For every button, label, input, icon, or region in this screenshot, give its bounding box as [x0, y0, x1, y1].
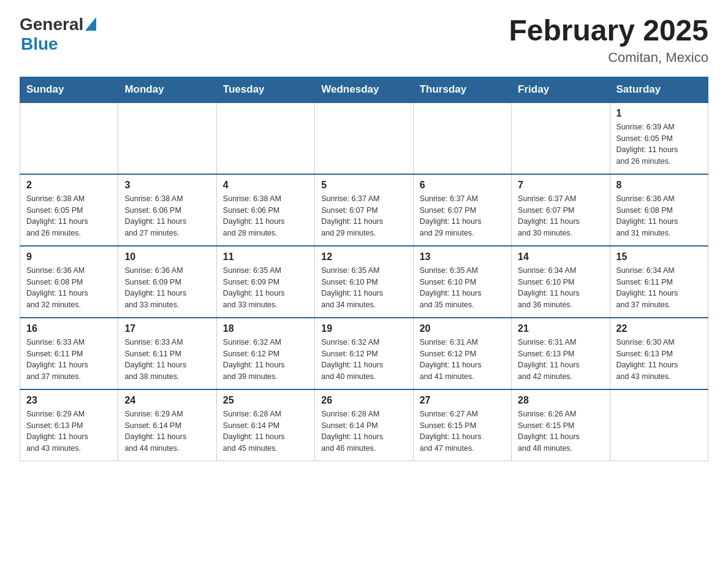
day-number: 24 — [124, 395, 210, 406]
day-number: 13 — [420, 251, 505, 262]
calendar-cell: 16Sunrise: 6:33 AMSunset: 6:11 PMDayligh… — [20, 318, 118, 389]
calendar-cell: 13Sunrise: 6:35 AMSunset: 6:10 PMDayligh… — [413, 246, 511, 318]
weekday-tuesday: Tuesday — [216, 77, 314, 102]
day-info: Sunrise: 6:37 AMSunset: 6:07 PMDaylight:… — [518, 193, 603, 239]
day-info: Sunrise: 6:34 AMSunset: 6:10 PMDaylight:… — [518, 265, 603, 311]
calendar-cell: 26Sunrise: 6:28 AMSunset: 6:14 PMDayligh… — [315, 389, 413, 461]
day-info: Sunrise: 6:34 AMSunset: 6:11 PMDaylight:… — [616, 265, 702, 311]
calendar-cell: 2Sunrise: 6:38 AMSunset: 6:05 PMDaylight… — [20, 174, 118, 246]
day-info: Sunrise: 6:30 AMSunset: 6:13 PMDaylight:… — [616, 337, 702, 383]
day-info: Sunrise: 6:32 AMSunset: 6:12 PMDaylight:… — [321, 337, 406, 383]
month-year-title: February 2025 — [509, 15, 708, 47]
day-number: 25 — [223, 395, 308, 406]
weekday-monday: Monday — [118, 77, 216, 102]
calendar-cell: 15Sunrise: 6:34 AMSunset: 6:11 PMDayligh… — [610, 246, 708, 318]
calendar-cell: 5Sunrise: 6:37 AMSunset: 6:07 PMDaylight… — [315, 174, 413, 246]
calendar-table: SundayMondayTuesdayWednesdayThursdayFrid… — [20, 77, 708, 461]
weekday-saturday: Saturday — [610, 77, 708, 102]
calendar-cell: 21Sunrise: 6:31 AMSunset: 6:13 PMDayligh… — [512, 318, 610, 389]
day-number: 3 — [124, 180, 210, 191]
day-info: Sunrise: 6:35 AMSunset: 6:10 PMDaylight:… — [420, 265, 505, 311]
day-info: Sunrise: 6:38 AMSunset: 6:06 PMDaylight:… — [223, 193, 308, 239]
day-number: 15 — [616, 251, 702, 262]
week-row-1: 1Sunrise: 6:39 AMSunset: 6:05 PMDaylight… — [20, 102, 708, 174]
day-info: Sunrise: 6:28 AMSunset: 6:14 PMDaylight:… — [321, 408, 406, 454]
calendar-cell — [118, 102, 216, 174]
day-number: 20 — [420, 323, 505, 334]
weekday-header-row: SundayMondayTuesdayWednesdayThursdayFrid… — [20, 77, 708, 102]
day-number: 2 — [26, 180, 112, 191]
logo: General Blue — [20, 15, 96, 54]
day-number: 6 — [420, 180, 505, 191]
day-number: 12 — [321, 251, 406, 262]
day-info: Sunrise: 6:35 AMSunset: 6:09 PMDaylight:… — [223, 265, 308, 311]
logo-triangle-icon — [85, 17, 96, 33]
calendar-cell: 10Sunrise: 6:36 AMSunset: 6:09 PMDayligh… — [118, 246, 216, 318]
calendar-cell — [512, 102, 610, 174]
day-number: 16 — [26, 323, 112, 334]
weekday-wednesday: Wednesday — [315, 77, 413, 102]
calendar-cell — [20, 102, 118, 174]
day-number: 9 — [26, 251, 112, 262]
calendar-cell: 14Sunrise: 6:34 AMSunset: 6:10 PMDayligh… — [512, 246, 610, 318]
day-info: Sunrise: 6:39 AMSunset: 6:05 PMDaylight:… — [616, 121, 702, 167]
day-info: Sunrise: 6:33 AMSunset: 6:11 PMDaylight:… — [124, 337, 210, 383]
logo-blue-text: Blue — [21, 34, 58, 53]
calendar-cell: 1Sunrise: 6:39 AMSunset: 6:05 PMDaylight… — [610, 102, 708, 174]
weekday-thursday: Thursday — [413, 77, 511, 102]
day-info: Sunrise: 6:38 AMSunset: 6:06 PMDaylight:… — [124, 193, 210, 239]
calendar-cell: 28Sunrise: 6:26 AMSunset: 6:15 PMDayligh… — [512, 389, 610, 461]
day-number: 8 — [616, 180, 702, 191]
day-info: Sunrise: 6:26 AMSunset: 6:15 PMDaylight:… — [518, 408, 603, 454]
calendar-cell: 3Sunrise: 6:38 AMSunset: 6:06 PMDaylight… — [118, 174, 216, 246]
week-row-3: 9Sunrise: 6:36 AMSunset: 6:08 PMDaylight… — [20, 246, 708, 318]
calendar-cell — [610, 389, 708, 461]
logo-general-text: General — [20, 15, 83, 34]
day-number: 11 — [223, 251, 308, 262]
day-info: Sunrise: 6:35 AMSunset: 6:10 PMDaylight:… — [321, 265, 406, 311]
calendar-cell: 8Sunrise: 6:36 AMSunset: 6:08 PMDaylight… — [610, 174, 708, 246]
calendar-cell: 11Sunrise: 6:35 AMSunset: 6:09 PMDayligh… — [216, 246, 314, 318]
calendar-cell: 23Sunrise: 6:29 AMSunset: 6:13 PMDayligh… — [20, 389, 118, 461]
day-info: Sunrise: 6:31 AMSunset: 6:13 PMDaylight:… — [518, 337, 603, 383]
calendar-cell — [413, 102, 511, 174]
calendar-cell: 25Sunrise: 6:28 AMSunset: 6:14 PMDayligh… — [216, 389, 314, 461]
day-number: 27 — [420, 395, 505, 406]
day-number: 17 — [124, 323, 210, 334]
day-number: 10 — [124, 251, 210, 262]
day-info: Sunrise: 6:37 AMSunset: 6:07 PMDaylight:… — [420, 193, 505, 239]
day-info: Sunrise: 6:29 AMSunset: 6:14 PMDaylight:… — [124, 408, 210, 454]
day-number: 18 — [223, 323, 308, 334]
calendar-cell — [216, 102, 314, 174]
calendar-cell: 20Sunrise: 6:31 AMSunset: 6:12 PMDayligh… — [413, 318, 511, 389]
calendar-cell: 18Sunrise: 6:32 AMSunset: 6:12 PMDayligh… — [216, 318, 314, 389]
calendar-cell: 24Sunrise: 6:29 AMSunset: 6:14 PMDayligh… — [118, 389, 216, 461]
day-number: 4 — [223, 180, 308, 191]
day-number: 21 — [518, 323, 603, 334]
day-number: 5 — [321, 180, 406, 191]
calendar-cell: 12Sunrise: 6:35 AMSunset: 6:10 PMDayligh… — [315, 246, 413, 318]
day-info: Sunrise: 6:27 AMSunset: 6:15 PMDaylight:… — [420, 408, 505, 454]
calendar-cell: 22Sunrise: 6:30 AMSunset: 6:13 PMDayligh… — [610, 318, 708, 389]
calendar-cell: 6Sunrise: 6:37 AMSunset: 6:07 PMDaylight… — [413, 174, 511, 246]
day-number: 7 — [518, 180, 603, 191]
week-row-2: 2Sunrise: 6:38 AMSunset: 6:05 PMDaylight… — [20, 174, 708, 246]
location-subtitle: Comitan, Mexico — [509, 50, 708, 66]
day-info: Sunrise: 6:31 AMSunset: 6:12 PMDaylight:… — [420, 337, 505, 383]
page-header: General Blue February 2025 Comitan, Mexi… — [20, 15, 708, 66]
week-row-5: 23Sunrise: 6:29 AMSunset: 6:13 PMDayligh… — [20, 389, 708, 461]
title-block: February 2025 Comitan, Mexico — [509, 15, 708, 66]
calendar-cell: 4Sunrise: 6:38 AMSunset: 6:06 PMDaylight… — [216, 174, 314, 246]
day-info: Sunrise: 6:32 AMSunset: 6:12 PMDaylight:… — [223, 337, 308, 383]
weekday-friday: Friday — [512, 77, 610, 102]
calendar-header: SundayMondayTuesdayWednesdayThursdayFrid… — [20, 77, 708, 102]
calendar-body: 1Sunrise: 6:39 AMSunset: 6:05 PMDaylight… — [20, 102, 708, 461]
day-info: Sunrise: 6:29 AMSunset: 6:13 PMDaylight:… — [26, 408, 112, 454]
day-number: 1 — [616, 108, 702, 119]
day-number: 28 — [518, 395, 603, 406]
day-number: 14 — [518, 251, 603, 262]
weekday-sunday: Sunday — [20, 77, 118, 102]
calendar-cell: 9Sunrise: 6:36 AMSunset: 6:08 PMDaylight… — [20, 246, 118, 318]
day-info: Sunrise: 6:37 AMSunset: 6:07 PMDaylight:… — [321, 193, 406, 239]
calendar-cell: 17Sunrise: 6:33 AMSunset: 6:11 PMDayligh… — [118, 318, 216, 389]
